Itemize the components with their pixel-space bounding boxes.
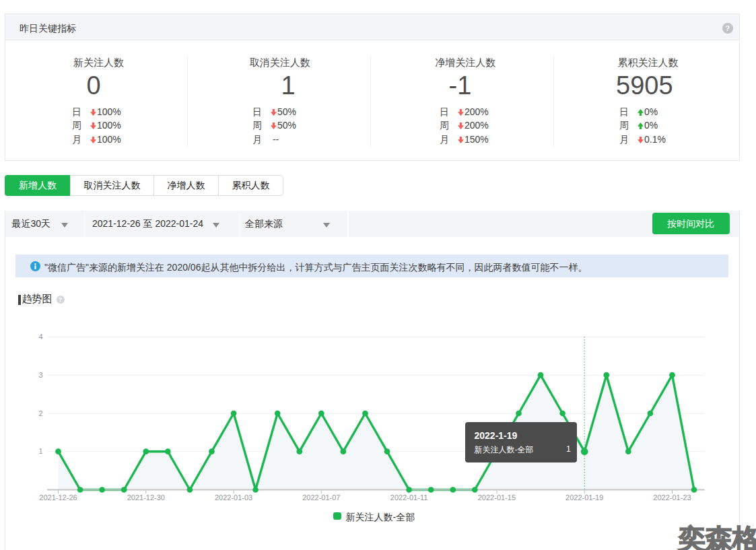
svg-text:3: 3 [38, 371, 42, 379]
svg-text:2022-01-07: 2022-01-07 [302, 493, 340, 502]
svg-text:1: 1 [38, 447, 42, 455]
svg-text:2022-01-03: 2022-01-03 [215, 493, 252, 502]
svg-text:2021-12-26: 2021-12-26 [39, 493, 77, 502]
svg-text:2022-01-23: 2022-01-23 [653, 493, 691, 502]
svg-text:2021-12-30: 2021-12-30 [127, 493, 165, 502]
svg-text:2022-01-15: 2022-01-15 [478, 493, 516, 502]
svg-text:2022-01-19: 2022-01-19 [565, 493, 603, 502]
svg-text:2022-01-11: 2022-01-11 [390, 493, 427, 502]
svg-text:2: 2 [38, 409, 42, 417]
svg-text:4: 4 [38, 333, 42, 341]
